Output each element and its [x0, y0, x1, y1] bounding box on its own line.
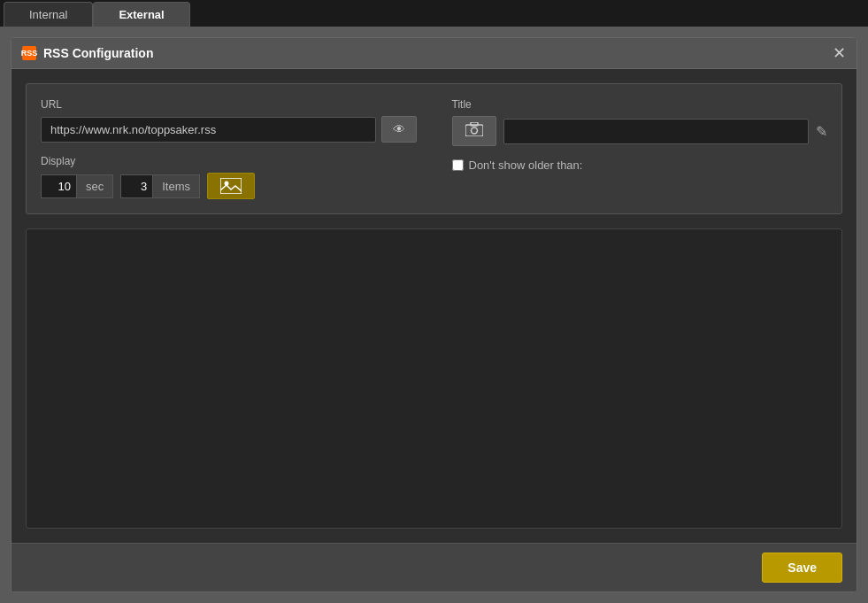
tab-external[interactable]: External	[93, 2, 189, 27]
save-button[interactable]: Save	[762, 553, 842, 583]
rss-modal: RSS RSS Configuration ✕ URL 👁	[11, 37, 857, 592]
dont-show-group: Don't show older than:	[452, 158, 828, 172]
title-field-group: Title ✎	[452, 98, 828, 146]
items-group: Items	[120, 174, 200, 198]
svg-point-3	[471, 128, 477, 134]
modal-footer: Save	[12, 543, 856, 591]
edit-button[interactable]: ✎	[816, 123, 827, 140]
image-button[interactable]	[207, 173, 255, 199]
form-area: URL 👁 Display sec	[26, 83, 842, 214]
title-row: ✎	[452, 116, 828, 146]
title-label: Title	[452, 98, 828, 111]
sec-group: sec	[41, 174, 113, 198]
tab-bar: Internal External	[0, 0, 868, 27]
sec-label: sec	[77, 175, 112, 197]
dont-show-label: Don't show older than:	[469, 158, 583, 172]
eye-button[interactable]: 👁	[381, 116, 417, 143]
display-section: Display sec Items	[41, 155, 417, 199]
camera-button[interactable]	[452, 116, 496, 146]
modal-wrapper: RSS RSS Configuration ✕ URL 👁	[0, 27, 868, 603]
modal-body: URL 👁 Display sec	[12, 69, 856, 543]
rss-icon: RSS	[22, 46, 36, 60]
sec-input[interactable]	[42, 175, 77, 197]
modal-title-text: RSS Configuration	[43, 46, 153, 60]
svg-rect-0	[220, 178, 242, 194]
svg-rect-4	[471, 122, 478, 126]
preview-area	[26, 228, 842, 529]
url-row: 👁	[41, 116, 417, 143]
display-label: Display	[41, 155, 417, 167]
title-input[interactable]	[503, 119, 810, 144]
landscape-icon	[220, 178, 242, 194]
url-label: URL	[41, 98, 417, 111]
form-left: URL 👁 Display sec	[41, 98, 417, 199]
items-input[interactable]	[121, 175, 153, 197]
dont-show-checkbox[interactable]	[452, 159, 464, 171]
url-field-group: URL 👁	[41, 98, 417, 143]
tab-internal[interactable]: Internal	[4, 2, 93, 27]
svg-rect-2	[465, 125, 483, 136]
camera-icon	[465, 122, 483, 136]
display-row: sec Items	[41, 173, 417, 199]
modal-header: RSS RSS Configuration ✕	[12, 38, 856, 69]
close-button[interactable]: ✕	[833, 45, 846, 61]
items-label: Items	[153, 175, 199, 197]
modal-title-group: RSS RSS Configuration	[22, 46, 153, 60]
form-right: Title ✎	[452, 98, 828, 199]
url-input[interactable]	[41, 117, 376, 143]
